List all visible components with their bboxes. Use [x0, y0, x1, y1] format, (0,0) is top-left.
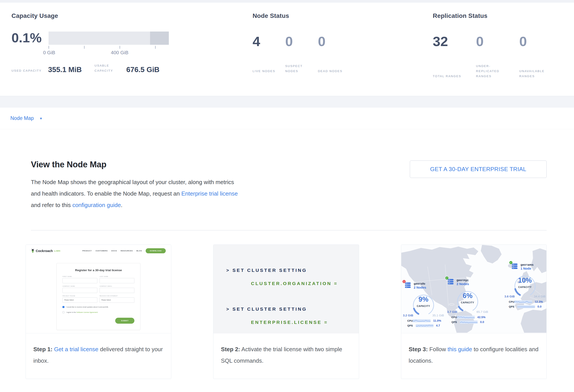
warning-badge-icon: 1: [402, 280, 406, 283]
enterprise-trial-license-link[interactable]: Enterprise trial license: [181, 190, 238, 197]
unavailable-ranges-label: UNAVAILABLE RANGES: [519, 69, 563, 79]
get-enterprise-trial-button[interactable]: GET A 30-DAY ENTERPRISE TRIAL: [410, 161, 547, 178]
capacity-used: 3.6 GiB: [505, 295, 515, 298]
cockroach-site-thumbnail: Cockroach LABS PRODUCT CUSTOMERS DOCS RE…: [26, 245, 171, 333]
step3-card: 1 geo=sfo 2 Nodes: [401, 244, 547, 379]
project-phase-label: PROJECT PHASE: [62, 295, 97, 297]
qps-label: QPS: [407, 324, 416, 327]
sql-set-cluster-setting-2: > SET CLUSTER SETTING: [226, 306, 359, 312]
step1-screenshot: Cockroach LABS PRODUCT CUSTOMERS DOCS RE…: [26, 245, 171, 333]
qps-value: 0.0: [538, 305, 542, 308]
software-license-agreement-link: Software License Agreement.: [76, 311, 98, 313]
site-nav-resources: RESOURCES: [121, 250, 133, 252]
capacity-gauge: 10% CAPACITY 3.6 GiB 34.4 GiB: [509, 272, 542, 299]
cockroach-bug-icon: [31, 249, 34, 253]
step1-card: Cockroach LABS PRODUCT CUSTOMERS DOCS RE…: [26, 244, 171, 379]
healthy-badge-icon: ✓: [509, 261, 513, 264]
cockroach-logo: Cockroach LABS: [31, 249, 61, 253]
locality-name: geo=nyc: [457, 278, 469, 282]
reason-for-interest-label: REASON FOR INTEREST: [100, 295, 134, 297]
cpu-sparkline: [457, 316, 475, 319]
sql-enterprise-license: ENTERPRISE.LICENSE =: [226, 320, 359, 325]
capacity-bar-reserved-segment: [150, 32, 169, 45]
site-nav-blog: BLOG: [136, 250, 142, 252]
healthy-badge-icon: ✓: [445, 276, 449, 280]
live-nodes-label: LIVE NODES: [252, 69, 285, 74]
capacity-caption: CAPACITY: [509, 286, 542, 288]
content-divider: [31, 230, 547, 230]
page-top-strip: [0, 0, 574, 3]
chevron-down-icon[interactable]: ▾: [40, 116, 42, 121]
capacity-percent: 10%: [509, 277, 542, 284]
capacity-percent: 6%: [451, 292, 484, 300]
configuration-guide-link[interactable]: configuration guide: [72, 202, 121, 208]
qps-sparkline: [416, 324, 433, 327]
qps-label: QPS: [451, 321, 460, 323]
node-map-preview: 1 geo=sfo 2 Nodes: [401, 245, 546, 333]
license-agreement-text: I agree to the Software License Agreemen…: [66, 311, 98, 313]
first-name-label: FIRST NAME: [62, 276, 97, 277]
capacity-percent: 9%: [407, 296, 440, 303]
last-name-label: LAST NAME: [100, 276, 134, 277]
last-name-field: [100, 278, 134, 283]
site-download-button: DOWNLOAD: [146, 248, 166, 253]
step1-caption: Step 1: Get a trial license delivered st…: [26, 333, 171, 376]
this-guide-link[interactable]: this guide: [448, 346, 472, 353]
locality-node-count: 2 Nodes: [457, 282, 469, 286]
capacity-total: 35.1 GiB: [432, 314, 444, 317]
unavailable-ranges-value: 0: [519, 34, 563, 49]
locality-name: geo=sfo: [414, 282, 426, 285]
sql-cluster-organization: CLUSTER.ORGANIZATION =: [226, 281, 359, 286]
capacity-usage-title: Capacity Usage: [11, 12, 252, 19]
dead-nodes-value: 0: [318, 34, 350, 49]
cpu-label: CPU: [407, 319, 413, 322]
email-updates-checkbox: [62, 306, 64, 308]
qps-sparkline: [460, 320, 478, 324]
get-trial-license-link[interactable]: Get a trial license: [54, 346, 99, 353]
view-selector-label[interactable]: Node Map: [10, 115, 34, 121]
step2-sql-panel: > SET CLUSTER SETTING CLUSTER.ORGANIZATI…: [213, 245, 359, 333]
suspect-nodes-value: 0: [285, 34, 318, 49]
capacity-gauge: 6% CAPACITY 3.7 GiB 65.7 GiB: [451, 287, 484, 314]
form-title: Register for a 30-day trial license: [62, 269, 134, 272]
site-nav-docs: DOCS: [111, 250, 117, 252]
section-gap: [0, 96, 574, 108]
node-map-enablement-content: View the Node Map The Node Map shows the…: [0, 160, 574, 379]
capacity-axis-label-zero: 0 GiB: [43, 50, 55, 56]
capacity-used: 3.2 GiB: [403, 314, 413, 317]
reason-for-interest-select: Please Select: [100, 298, 134, 303]
usable-capacity-value: 676.5 GiB: [126, 65, 159, 74]
cpu-sparkline: [514, 300, 532, 303]
capacity-total: 65.7 GiB: [476, 310, 488, 314]
site-nav-customers: CUSTOMERS: [96, 250, 108, 252]
map-node-ams: ✓ geo=ams 1 Node: [505, 263, 545, 308]
dead-nodes-label: DEAD NODES: [318, 69, 350, 74]
sql-commands: > SET CLUSTER SETTING CLUSTER.ORGANIZATI…: [213, 245, 359, 333]
cpu-label: CPU: [509, 300, 514, 303]
live-nodes-value: 4: [252, 34, 285, 49]
cluster-overview-page: Capacity Usage 0.1% 0 GiB 400 Gi: [0, 0, 574, 392]
capacity-axis-label-400: 400 GiB: [111, 50, 128, 56]
step3-caption: Step 3: Follow this guide to configure l…: [401, 333, 546, 376]
email-updates-text: I would like to receive email updates ab…: [66, 306, 109, 308]
total-ranges-label: TOTAL RANGES: [433, 74, 476, 79]
node-map-description: The Node Map shows the geographical layo…: [31, 176, 244, 211]
qps-sparkline: [517, 305, 535, 308]
capacity-caption: CAPACITY: [451, 301, 484, 304]
capacity-gauge: 9% CAPACITY 3.2 GiB 35.1 GiB: [407, 291, 440, 317]
replication-status-section: Replication Status 32 0 0 TOTAL RANGES U…: [433, 12, 563, 96]
capacity-total: 34.4 GiB: [534, 295, 546, 298]
capacity-used: 3.7 GiB: [447, 310, 457, 314]
qps-value: 4.7: [436, 324, 440, 327]
view-selector-dropdown[interactable]: Node Map ▾: [0, 108, 574, 129]
step2-card: > SET CLUSTER SETTING CLUSTER.ORGANIZATI…: [213, 244, 359, 379]
locality-node-count: 2 Nodes: [414, 285, 426, 290]
capacity-caption: CAPACITY: [407, 305, 440, 307]
project-phase-select: Please Select: [62, 298, 97, 303]
qps-value: 0.0: [480, 320, 484, 324]
used-capacity-value: 355.1 MiB: [48, 65, 82, 74]
company-email-label: COMPANY EMAIL: [100, 285, 134, 287]
locality-node-count: 1 Node: [521, 266, 533, 271]
map-node-sfo: 1 geo=sfo 2 Nodes: [404, 282, 445, 327]
license-agreement-checkbox: [62, 311, 64, 313]
